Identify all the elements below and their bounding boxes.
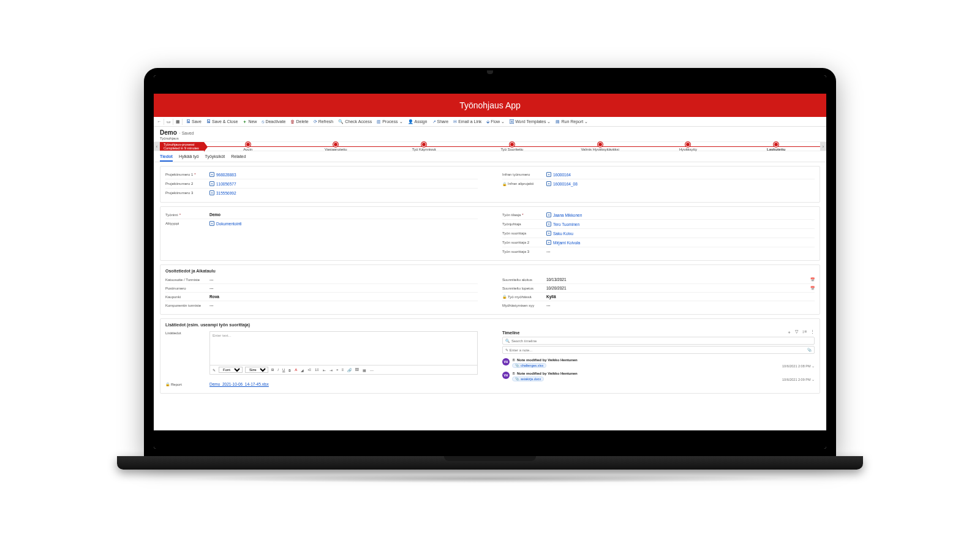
chevron-down-icon: ⌄: [501, 119, 505, 124]
lookup-johtaja[interactable]: ✕Tero Tuominen: [546, 222, 579, 227]
bullet-list-icon[interactable]: •≡: [307, 368, 312, 372]
grid-icon[interactable]: ▦: [175, 119, 181, 124]
calendar-icon[interactable]: 📅: [810, 286, 815, 290]
bpf-stage[interactable]: Työ Käynnissä: [380, 142, 468, 151]
rich-text-editor[interactable]: Enter text...: [209, 331, 478, 365]
bpf-process-label[interactable]: Työnohjaus-prosessi Completed in 9 minut…: [160, 142, 204, 151]
save-close-button[interactable]: 🖫Save & Close: [204, 119, 240, 124]
rte-clear-icon[interactable]: ✎: [212, 368, 216, 372]
input-kaupunki[interactable]: Rova: [209, 294, 478, 299]
color-icon[interactable]: A: [294, 368, 298, 372]
strike-icon[interactable]: S̶: [288, 368, 292, 372]
input-lopetus[interactable]: 10/20/2021📅: [546, 286, 815, 290]
link-icon[interactable]: 🔗: [347, 368, 352, 372]
share-button[interactable]: ↗Share: [430, 119, 451, 124]
italic-icon[interactable]: I: [277, 368, 279, 372]
attach-icon[interactable]: 📎: [807, 348, 812, 352]
bpf-stage[interactable]: Vastaanotettu: [292, 142, 380, 151]
align-left-icon[interactable]: ≡: [341, 368, 345, 372]
bpf-collapse-right[interactable]: ›: [820, 142, 826, 151]
back-icon[interactable]: ←: [156, 119, 162, 124]
lock-icon: 🔒: [502, 182, 507, 186]
save-button[interactable]: 🖫Save: [184, 119, 204, 124]
timeline-more-icon[interactable]: ⋮: [810, 329, 815, 335]
delete-button[interactable]: 🗑Delete: [288, 119, 311, 124]
number-list-icon[interactable]: 1≡: [314, 368, 320, 372]
bpf-stage[interactable]: Hyväksytty: [644, 142, 733, 151]
lookup-proj2[interactable]: ✕110056577: [209, 181, 236, 186]
lookup-infra-sub[interactable]: ✕16000164_08: [546, 181, 578, 186]
assign-button[interactable]: 👤Assign: [405, 119, 430, 124]
image-icon[interactable]: 🖼: [355, 368, 360, 372]
bold-icon[interactable]: B: [271, 368, 274, 372]
camera-notch: [487, 70, 493, 74]
indent-icon[interactable]: ⇥: [329, 368, 333, 372]
lookup-proj1[interactable]: ✕968028883: [209, 172, 236, 177]
calendar-icon[interactable]: 📅: [810, 277, 815, 282]
bpf-stage-label: Hyväksytty: [644, 148, 733, 151]
refresh-button[interactable]: ⟳Refresh: [311, 119, 336, 124]
lookup-tilaaja[interactable]: ✕Jaana Mikkonen: [546, 212, 582, 217]
new-button[interactable]: ＋New: [240, 119, 259, 125]
run-report-button[interactable]: ▤Run Report ⌄: [553, 119, 590, 124]
input-tyonimi[interactable]: Demo: [209, 212, 478, 217]
timeline-attachment[interactable]: 📎challenges.xlsx: [512, 363, 546, 368]
timeline-search[interactable]: 🔍Search timeline: [502, 337, 815, 345]
input-syy[interactable]: ---: [546, 303, 815, 307]
lookup-icon: ✕: [209, 190, 214, 195]
process-button[interactable]: ▥Process ⌄: [374, 119, 405, 124]
input-posti[interactable]: ---: [209, 286, 478, 290]
chevron-down-icon[interactable]: ⌄: [812, 364, 815, 368]
field-suorittaja: Työn suorittaja✕Saku Koivu: [502, 229, 815, 238]
lookup-icon: ✕: [546, 240, 551, 245]
lookup-suorittaja2[interactable]: ✕Mirjami Koivula: [546, 240, 580, 245]
open-in-new-icon[interactable]: ▭: [165, 119, 172, 124]
pencil-icon: ✎: [505, 348, 508, 352]
timeline-add-icon[interactable]: ＋: [787, 329, 791, 335]
lookup-infra[interactable]: ✕16000164: [546, 172, 571, 177]
timeline-note-input[interactable]: ✎ Enter a note...📎: [502, 346, 815, 354]
highlight-icon[interactable]: ◢: [300, 368, 304, 372]
rte-size-select[interactable]: Size: [245, 367, 268, 373]
timeline-item[interactable]: VH🗎Note modified by Veikko Hentunen📎asia…: [502, 370, 815, 383]
email-link-button[interactable]: ✉Email a Link: [451, 119, 484, 124]
lookup-suorittaja[interactable]: ✕Saku Koivu: [546, 231, 573, 236]
timeline-item[interactable]: VH🗎Note modified by Veikko Hentunen📎chal…: [502, 356, 815, 370]
lookup-alityyppi[interactable]: ✕Dokumentointi: [209, 221, 242, 226]
report-file-link[interactable]: Demo_2021-10-06_14-17-45.xlsx: [209, 382, 269, 386]
timeline-sort-icon[interactable]: ↕≡: [802, 329, 807, 335]
bpf-stage-dot: [510, 142, 514, 147]
chevron-down-icon[interactable]: ⌄: [812, 378, 815, 381]
lookup-proj3[interactable]: ✕315556992: [209, 190, 236, 195]
input-aloitus[interactable]: 10/13/2021📅: [546, 277, 815, 282]
rte-font-select[interactable]: Font: [219, 367, 243, 373]
quote-icon[interactable]: ❝: [336, 368, 339, 372]
more-icon[interactable]: ⋯: [369, 368, 374, 372]
outdent-icon[interactable]: ⇤: [322, 368, 326, 372]
bpf-stage[interactable]: Valmis Hyväksyttäväksi: [556, 142, 644, 151]
tab-related[interactable]: Related: [231, 153, 246, 162]
field-aloitus: Suunniteltu aloitus10/13/2021📅: [502, 276, 815, 284]
tab-työyksiköt[interactable]: Työyksiköt: [205, 153, 225, 162]
flow-button[interactable]: ⬙Flow ⌄: [484, 119, 507, 124]
bpf-stage[interactable]: Laskutettu: [732, 142, 820, 151]
input-katu[interactable]: ---: [209, 277, 478, 282]
deactivate-button[interactable]: ⦸Deactivate: [259, 119, 288, 124]
lookup-icon: ✕: [546, 172, 551, 177]
check-access-button[interactable]: 🔍Check Access: [336, 119, 374, 124]
app-title: Työnohjaus App: [459, 100, 521, 110]
input-komp[interactable]: ---: [209, 303, 478, 307]
tab-hylkää-työ[interactable]: Hylkää työ: [179, 153, 199, 162]
input-suorittaja3[interactable]: ---: [546, 249, 815, 253]
bpf-stage[interactable]: Avoin: [204, 142, 292, 151]
table-icon[interactable]: ▦: [362, 368, 367, 372]
timeline-filter-icon[interactable]: ▽: [795, 329, 798, 335]
tab-tiedot[interactable]: Tiedot: [160, 153, 173, 162]
chevron-down-icon: ⌄: [584, 119, 588, 124]
word-templates-button[interactable]: 🅆Word Templates ⌄: [507, 119, 553, 124]
lock-icon: 🔒: [165, 382, 170, 386]
bpf-collapse-left[interactable]: ‹: [154, 142, 160, 151]
timeline-attachment[interactable]: 📎asiakirja.docx: [512, 377, 544, 381]
underline-icon[interactable]: U: [282, 368, 285, 372]
bpf-stage[interactable]: Työ Suoritettu: [468, 142, 556, 151]
